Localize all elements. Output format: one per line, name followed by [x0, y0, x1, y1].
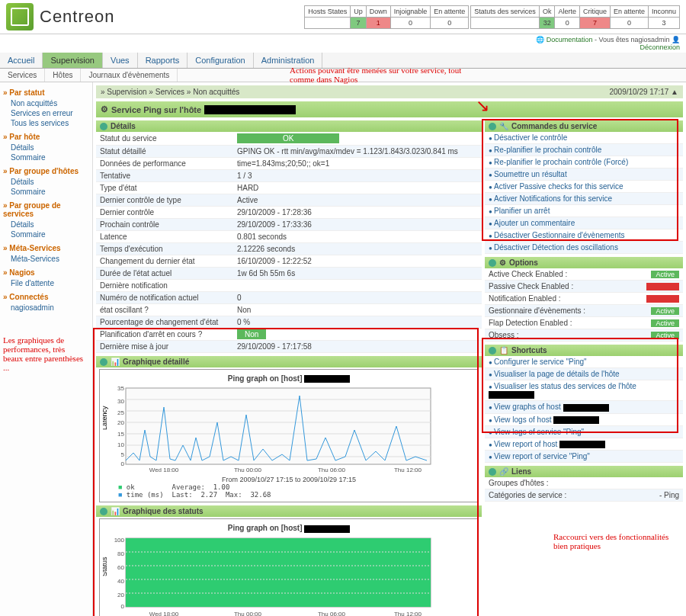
detail-label: Planification d'arrêt en cours ? [96, 329, 233, 341]
sidebar-file-attente[interactable]: File d'attente [3, 278, 89, 288]
annotation-top: Actions pouvant être menées sur votre se… [290, 66, 488, 84]
shortcut-link[interactable]: Visualiser la page de détails de l'hôte [485, 368, 683, 380]
detail-value: 1 / 3 [233, 170, 482, 182]
detail-label: Dernier contrôle [96, 207, 233, 219]
svg-text:Latency: Latency [103, 406, 108, 430]
subtab-journaux[interactable]: Journaux d'évènements [81, 69, 178, 82]
graph2-title: 📊 Graphique des statuts [96, 505, 482, 517]
svg-text:Thu 00:00: Thu 00:00 [234, 611, 262, 616]
detail-label: Statut détaillé [96, 146, 233, 158]
command-link[interactable]: Désactiver le contrôle [485, 132, 683, 144]
shortcut-link[interactable]: View report of host [485, 438, 683, 451]
sub-tabs: Services Hôtes Journaux d'évènements Act… [0, 69, 686, 82]
svg-text:60: 60 [117, 564, 124, 571]
sidebar-h-gs: Par groupe de services [3, 201, 89, 218]
detail-value: 16/10/2009 - 12:22:52 [233, 255, 482, 268]
svg-text:0: 0 [121, 603, 125, 610]
sidebar-h-statut: Par statut [3, 88, 89, 97]
svg-text:20: 20 [117, 592, 124, 598]
svg-text:20: 20 [117, 419, 124, 426]
detail-label: Durée de l'état actuel [96, 268, 233, 280]
sidebar-gh-details[interactable]: Détails [3, 177, 89, 187]
tab-configuration[interactable]: Configuration [188, 53, 253, 68]
shortcut-link[interactable]: Configurer le service "Ping" [485, 356, 683, 368]
shortcut-link[interactable]: Visualiser les status des services de l'… [485, 380, 683, 401]
commands-title: 🔧 Commandes du service [485, 120, 683, 132]
detail-value: 2.12226 seconds [233, 243, 482, 255]
sidebar-gs-details[interactable]: Détails [3, 220, 89, 229]
content: » Supervision » Services » Non acquittés… [93, 82, 686, 616]
detail-value: 0 % [233, 316, 482, 329]
details-title: Détails [96, 120, 482, 132]
sidebar-meta[interactable]: Méta-Services [3, 254, 89, 264]
user-label: Vous êtes nagiosadmin [598, 36, 669, 43]
sidebar-tous-services[interactable]: Tous les services [3, 118, 89, 128]
detail-label: état oscillant ? [96, 304, 233, 316]
command-link[interactable]: Activer Passive checks for this service [485, 181, 683, 193]
logout-link[interactable]: Déconnexion [640, 43, 680, 51]
command-link[interactable]: Re-planifier le prochain contrôle (Forcé… [485, 156, 683, 168]
documentation-link[interactable]: Documentation [547, 36, 593, 43]
detail-label: Statut du service [96, 132, 233, 146]
shortcut-link[interactable]: View logs of host [485, 414, 683, 426]
shortcut-link[interactable]: View logs of service "Ping" [485, 426, 683, 438]
svg-text:Status: Status [103, 557, 108, 576]
shortcut-link[interactable]: View report of service "Ping" [485, 451, 683, 463]
detail-label: Tentative [96, 170, 233, 182]
svg-text:80: 80 [117, 550, 124, 557]
svg-text:100: 100 [114, 537, 125, 544]
shortcuts-title: 📋 Shortcuts [485, 345, 683, 356]
svg-text:25: 25 [117, 409, 124, 416]
command-link[interactable]: Ajouter un commentaire [485, 217, 683, 229]
detail-value: 0.801 seconds [233, 231, 482, 243]
command-link[interactable]: Désactiver Gestionnaire d'évènements [485, 229, 683, 242]
svg-text:40: 40 [117, 578, 124, 585]
top-stats: Hosts StatesUpDownInjoignableEn attente … [304, 5, 680, 29]
detail-label: Dernière notification [96, 280, 233, 292]
svg-rect-21 [126, 538, 431, 607]
logo [6, 3, 34, 30]
tab-supervision[interactable]: Supervision [43, 53, 102, 68]
sidebar-gs-sommaire[interactable]: Sommaire [3, 229, 89, 239]
details-table: Statut du serviceOKStatut détailléGPING … [96, 132, 482, 353]
command-link[interactable]: Activer Notifications for this service [485, 193, 683, 205]
svg-text:5: 5 [121, 451, 125, 458]
detail-label: Type d'état [96, 182, 233, 194]
command-link[interactable]: Planifier un arrêt [485, 205, 683, 217]
options-title: ⚙ Options [485, 257, 683, 268]
sidebar-hote-sommaire[interactable]: Sommaire [3, 152, 89, 162]
tab-rapports[interactable]: Rapports [138, 53, 188, 68]
sidebar-gh-sommaire[interactable]: Sommaire [3, 187, 89, 197]
sidebar-services-erreur[interactable]: Services en erreur [3, 108, 89, 118]
svg-text:35: 35 [117, 385, 124, 392]
latency-chart: Ping graph on [host] Latency 35302520151… [99, 369, 479, 502]
svg-text:Wed 18:00: Wed 18:00 [149, 611, 179, 616]
detail-label: Prochain contrôle [96, 219, 233, 231]
sidebar-h-hote: Par hôte [3, 133, 89, 141]
sidebar-h-gh: Par groupe d'hôtes [3, 167, 89, 175]
subtab-services[interactable]: Services [0, 69, 45, 82]
main-tabs: Accueil Supervision Vues Rapports Config… [0, 53, 686, 69]
command-link[interactable]: Soumettre un résultat [485, 168, 683, 181]
sidebar-user[interactable]: nagiosadmin [3, 303, 89, 313]
sidebar-h-meta: Méta-Services [3, 244, 89, 252]
subtab-hotes[interactable]: Hôtes [45, 69, 81, 82]
detail-value: HARD [233, 182, 482, 194]
shortcut-link[interactable]: View graphs of host [485, 401, 683, 413]
liens-table: Groupes d'hôtes : Catégories de service … [485, 477, 683, 502]
sidebar-hote-details[interactable]: Détails [3, 143, 89, 152]
detail-value: 0 [233, 292, 482, 304]
command-link[interactable]: Re-planifier le prochain contrôle [485, 144, 683, 156]
detail-value: 29/10/2009 - 17:17:58 [233, 341, 482, 353]
sidebar-non-acquittes[interactable]: Non acquittés [3, 98, 89, 108]
svg-text:30: 30 [117, 398, 124, 405]
detail-label: Données de performance [96, 158, 233, 170]
svg-text:10: 10 [117, 441, 124, 448]
detail-value [233, 280, 482, 292]
tab-vues[interactable]: Vues [103, 53, 138, 68]
tab-administration[interactable]: Administration [254, 53, 323, 68]
tab-accueil[interactable]: Accueil [0, 53, 43, 68]
liens-title: 🔗 Liens [485, 466, 683, 477]
command-link[interactable]: Désactiver Détection des oscillations [485, 242, 683, 254]
status-chart: Ping graph on [host] Status 100806040200… [99, 518, 479, 616]
